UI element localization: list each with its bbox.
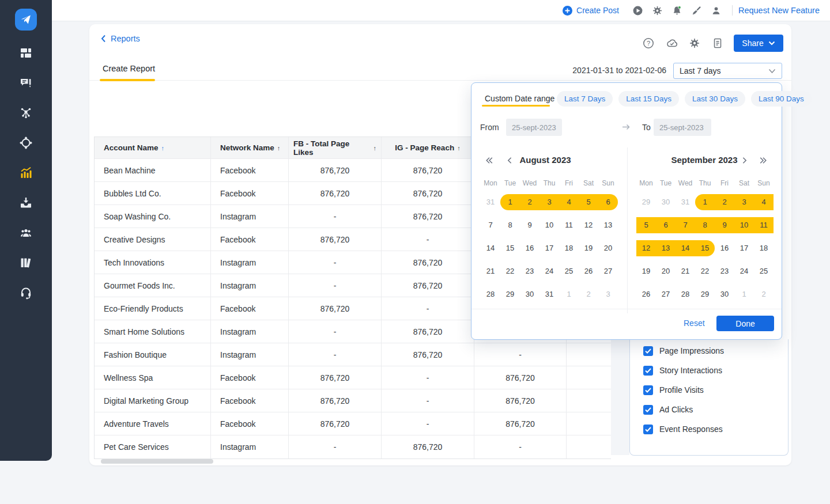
calendar-day[interactable]: 3 bbox=[540, 191, 559, 214]
calendar-day[interactable]: 25 bbox=[754, 260, 774, 283]
calendar-day[interactable]: 24 bbox=[540, 260, 559, 283]
calendar-day[interactable]: 29 bbox=[500, 283, 520, 306]
calendar-day[interactable]: 2 bbox=[520, 191, 540, 214]
calendar-day[interactable]: 14 bbox=[676, 237, 695, 260]
sidebar-item-inbox-icon[interactable] bbox=[19, 196, 33, 210]
calendar-day[interactable]: 20 bbox=[656, 260, 676, 283]
tab-create-report[interactable]: Create Report bbox=[103, 64, 155, 73]
calendar-day[interactable]: 7 bbox=[676, 214, 695, 237]
calendar-day[interactable]: 31 bbox=[481, 191, 500, 214]
calendar-day[interactable]: 6 bbox=[656, 214, 676, 237]
calendar-day[interactable]: 28 bbox=[676, 283, 695, 306]
table-header-cell[interactable]: IG - Page Reach↑ bbox=[382, 137, 474, 159]
calendar-day[interactable]: 13 bbox=[656, 237, 676, 260]
checkbox-checked[interactable] bbox=[643, 385, 653, 395]
calendar-day[interactable]: 26 bbox=[579, 260, 598, 283]
calendar-day[interactable]: 18 bbox=[754, 237, 774, 260]
sidebar-item-monitor-icon[interactable] bbox=[19, 136, 33, 150]
calendar-day[interactable]: 19 bbox=[636, 260, 656, 283]
calendar-day[interactable]: 21 bbox=[481, 260, 500, 283]
calendar-day[interactable]: 27 bbox=[656, 283, 676, 306]
checkbox-checked[interactable] bbox=[643, 366, 653, 376]
calendar-day[interactable]: 1 bbox=[500, 191, 520, 214]
calendar-day[interactable]: 2 bbox=[715, 191, 734, 214]
calendar-day[interactable]: 3 bbox=[598, 283, 618, 306]
calendar-day[interactable]: 28 bbox=[481, 283, 500, 306]
date-range-dropdown[interactable]: Last 7 days bbox=[673, 63, 782, 79]
calendar-day[interactable]: 4 bbox=[754, 191, 774, 214]
preset-last-7-days[interactable]: Last 7 Days bbox=[557, 91, 613, 107]
calendar-day[interactable]: 26 bbox=[636, 283, 656, 306]
cleanup-brush-icon[interactable] bbox=[689, 3, 705, 17]
request-new-feature-link[interactable]: Request New Feature bbox=[738, 6, 820, 15]
user-account-icon[interactable] bbox=[708, 3, 725, 17]
checkbox-checked[interactable] bbox=[643, 425, 653, 434]
calendar-day[interactable]: 24 bbox=[734, 260, 754, 283]
calendar-day[interactable]: 1 bbox=[695, 191, 715, 214]
calendar-day[interactable]: 20 bbox=[598, 237, 618, 260]
done-button[interactable]: Done bbox=[716, 316, 774, 331]
share-button[interactable]: Share bbox=[734, 35, 783, 52]
create-post-button[interactable]: Create Post bbox=[563, 6, 619, 16]
calendar-day[interactable]: 9 bbox=[715, 214, 734, 237]
to-date-input[interactable] bbox=[654, 119, 711, 136]
table-header-cell[interactable]: Network Name↑ bbox=[211, 137, 289, 159]
calendar-day[interactable]: 16 bbox=[520, 237, 540, 260]
cloud-sync-icon[interactable] bbox=[666, 37, 677, 49]
calendar-day[interactable]: 11 bbox=[559, 214, 579, 237]
calendar-day[interactable]: 12 bbox=[636, 237, 656, 260]
calendar-day[interactable]: 3 bbox=[734, 191, 754, 214]
calendar-day[interactable]: 17 bbox=[540, 237, 559, 260]
preset-last-90-days[interactable]: Last 90 Days bbox=[751, 91, 812, 107]
calendar-day[interactable]: 2 bbox=[579, 283, 598, 306]
help-icon[interactable]: ? bbox=[643, 37, 654, 49]
calendar-day[interactable]: 10 bbox=[734, 214, 754, 237]
sidebar-item-team-icon[interactable] bbox=[19, 226, 33, 240]
calendar-day[interactable]: 31 bbox=[540, 283, 559, 306]
calendar-day[interactable]: 13 bbox=[598, 214, 618, 237]
calendar-day[interactable]: 21 bbox=[676, 260, 695, 283]
calendar-day[interactable]: 17 bbox=[734, 237, 754, 260]
calendar-day[interactable]: 29 bbox=[636, 191, 656, 214]
calendar-day[interactable]: 18 bbox=[559, 237, 579, 260]
from-date-input[interactable] bbox=[506, 119, 562, 136]
breadcrumb[interactable]: Reports bbox=[101, 34, 140, 43]
sidebar-item-connections-icon[interactable] bbox=[19, 106, 33, 120]
calendar-day[interactable]: 27 bbox=[598, 260, 618, 283]
horizontal-scrollbar-thumb[interactable] bbox=[101, 459, 213, 464]
calendar-day[interactable]: 9 bbox=[520, 214, 540, 237]
calendar-day[interactable]: 29 bbox=[695, 283, 715, 306]
calendar-day[interactable]: 4 bbox=[559, 191, 579, 214]
preset-last-30-days[interactable]: Last 30 Days bbox=[685, 91, 745, 107]
table-header-cell[interactable]: Account Name↑ bbox=[95, 137, 211, 159]
prev-month-icon[interactable] bbox=[505, 156, 515, 166]
calendar-day[interactable]: 19 bbox=[579, 237, 598, 260]
checkbox-checked[interactable] bbox=[643, 346, 653, 356]
calendar-day[interactable]: 22 bbox=[695, 260, 715, 283]
calendar-day[interactable]: 8 bbox=[500, 214, 520, 237]
calendar-day[interactable]: 15 bbox=[500, 237, 520, 260]
calendar-day[interactable]: 6 bbox=[598, 191, 618, 214]
reset-button[interactable]: Reset bbox=[684, 319, 705, 328]
sidebar-item-support-headset-icon[interactable] bbox=[19, 286, 33, 300]
calendar-day[interactable]: 30 bbox=[656, 191, 676, 214]
calendar-day[interactable]: 11 bbox=[754, 214, 774, 237]
calendar-day[interactable]: 31 bbox=[676, 191, 695, 214]
calendar-day[interactable]: 30 bbox=[520, 283, 540, 306]
next-month-icon[interactable] bbox=[740, 156, 750, 166]
settings-gear-icon[interactable] bbox=[650, 3, 666, 17]
calendar-day[interactable]: 10 bbox=[540, 214, 559, 237]
calendar-day[interactable]: 7 bbox=[481, 214, 500, 237]
calendar-day[interactable]: 8 bbox=[695, 214, 715, 237]
sidebar-item-reports-icon-active[interactable] bbox=[19, 166, 33, 180]
calendar-day[interactable]: 23 bbox=[520, 260, 540, 283]
tab-custom-date-range[interactable]: Custom Date range bbox=[485, 94, 554, 103]
calendar-day[interactable]: 22 bbox=[500, 260, 520, 283]
sidebar-item-dashboard-icon[interactable] bbox=[19, 46, 33, 60]
sidebar-item-library-icon[interactable] bbox=[19, 256, 33, 270]
document-icon[interactable] bbox=[712, 37, 723, 49]
checkbox-checked[interactable] bbox=[643, 405, 653, 415]
calendar-day[interactable]: 2 bbox=[754, 283, 774, 306]
app-logo-send-icon[interactable] bbox=[15, 9, 37, 31]
calendar-day[interactable]: 16 bbox=[715, 237, 734, 260]
